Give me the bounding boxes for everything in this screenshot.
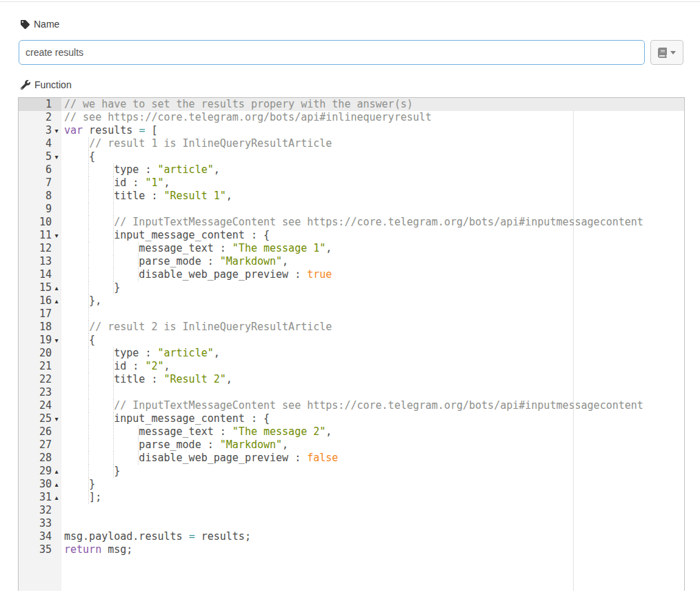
indent-guide (88, 360, 89, 373)
code-token (64, 321, 89, 333)
code-token: ]; (64, 491, 101, 503)
code-line-content[interactable]: var results = [ (61, 124, 684, 137)
code-line-content[interactable]: disable_web_page_preview : false (61, 452, 684, 465)
code-token: message_text : (64, 242, 232, 254)
library-button[interactable] (650, 40, 683, 65)
code-line-content[interactable]: }, (61, 294, 684, 307)
fold-widget-open[interactable]: ▾ (52, 334, 61, 347)
code-line-content[interactable] (61, 504, 684, 517)
code-line-content[interactable]: id : "2", (61, 360, 684, 373)
code-token: id : (64, 360, 145, 372)
code-line-content[interactable]: // see https://core.telegram.org/bots/ap… (61, 111, 684, 124)
code-token: msg; (101, 543, 132, 556)
code-line-content[interactable]: parse_mode : "Markdown", (61, 438, 684, 452)
code-token: , (214, 163, 220, 176)
code-line-content[interactable] (61, 517, 684, 530)
code-line-content[interactable]: // InputTextMessageContent see https://c… (61, 399, 684, 412)
code-line: 26 message_text : "The message 2", (19, 425, 684, 438)
code-line: 11▾ input_message_content : { (19, 229, 684, 242)
line-number: 13 (39, 255, 52, 268)
code-line-content[interactable]: { (61, 334, 684, 347)
gutter-cell: 17 (19, 307, 61, 321)
gutter-cell: 8 (19, 190, 61, 203)
fold-widget-open[interactable]: ▾ (52, 229, 61, 242)
line-number: 33 (39, 517, 52, 530)
fold-widget-open[interactable]: ▾ (52, 124, 61, 137)
name-input[interactable] (19, 40, 645, 65)
indent-guide (88, 137, 89, 150)
code-line-content[interactable]: message_text : "The message 1", (61, 242, 684, 255)
code-line-content[interactable]: // InputTextMessageContent see https://c… (61, 216, 684, 229)
indent-guide (113, 190, 114, 203)
gutter-cell: 26 (19, 425, 61, 438)
code-line-content[interactable]: parse_mode : "Markdown", (61, 255, 684, 268)
indent-guide (113, 438, 114, 452)
code-line-content[interactable]: // we have to set the results propery wi… (61, 98, 684, 111)
fold-widget-end[interactable]: ▴ (52, 281, 61, 294)
fold-widget-end[interactable]: ▴ (52, 294, 61, 307)
code-line: 19▾ { (19, 334, 684, 347)
fold-widget-open[interactable]: ▾ (52, 150, 61, 163)
code-line-content[interactable]: title : "Result 1", (61, 190, 684, 203)
code-line-content[interactable]: message_text : "The message 2", (61, 425, 684, 438)
code-line: 2// see https://core.telegram.org/bots/a… (19, 111, 684, 124)
code-line-content[interactable] (61, 307, 684, 321)
fold-widget-end[interactable]: ▴ (52, 491, 61, 504)
code-token: // InputTextMessageContent see https://c… (114, 399, 643, 412)
indent-guide (138, 425, 139, 438)
code-line-content[interactable]: } (61, 465, 684, 478)
code-token: "article" (157, 347, 213, 359)
line-number: 27 (39, 438, 52, 451)
line-number: 14 (39, 268, 52, 281)
code-line-content[interactable]: type : "article", (61, 347, 684, 360)
code-line: 3▾var results = [ (19, 124, 684, 137)
indent-guide (113, 216, 114, 229)
indent-guide (113, 425, 114, 438)
indent-guide (113, 203, 114, 216)
gutter-cell: 35 (19, 543, 61, 556)
fold-widget-end[interactable]: ▴ (52, 465, 61, 478)
function-field-row: Function (21, 79, 700, 90)
indent-guide (138, 452, 139, 465)
line-number: 4 (46, 137, 52, 150)
code-token: = (189, 530, 195, 543)
code-token: disable_web_page_preview : (64, 268, 307, 281)
code-line-content[interactable]: } (61, 281, 684, 294)
code-line: 29▴ } (19, 465, 684, 478)
code-line-content[interactable]: ]; (61, 491, 684, 504)
code-line-content[interactable]: return msg; (61, 543, 684, 556)
tray-top-border (0, 1, 700, 2)
fold-widget-open[interactable]: ▾ (52, 412, 61, 425)
function-code-editor[interactable]: 1// we have to set the results propery w… (18, 97, 685, 591)
code-line-content[interactable]: type : "article", (61, 163, 684, 177)
gutter-cell: 28 (19, 452, 61, 465)
line-number: 16 (39, 294, 52, 307)
code-line-content[interactable]: disable_web_page_preview : true (61, 268, 684, 281)
code-line: 28 disable_web_page_preview : false (19, 452, 684, 465)
code-line-content[interactable]: // result 2 is InlineQueryResultArticle (61, 321, 684, 334)
line-number: 21 (39, 360, 52, 372)
code-token: "The message 1" (232, 242, 326, 254)
code-line: 14 disable_web_page_preview : true (19, 268, 684, 281)
line-number: 6 (46, 163, 52, 176)
code-line-content[interactable]: input_message_content : { (61, 229, 684, 242)
code-line-content[interactable]: { (61, 150, 684, 163)
code-line-content[interactable]: msg.payload.results = results; (61, 530, 684, 543)
indent-guide (113, 373, 114, 386)
code-token: , (164, 360, 170, 372)
code-line-content[interactable]: id : "1", (61, 177, 684, 190)
gutter-cell: 23 (19, 386, 61, 399)
gutter-cell: 34 (19, 530, 61, 543)
code-line-content[interactable]: } (61, 478, 684, 491)
code-line-content[interactable]: // result 1 is InlineQueryResultArticle (61, 137, 684, 150)
indent-guide (113, 360, 114, 373)
code-line-content[interactable] (61, 203, 684, 216)
code-line: 20 type : "article", (19, 347, 684, 360)
fold-widget-end[interactable]: ▴ (52, 478, 61, 491)
indent-guide (88, 150, 89, 163)
code-line-content[interactable] (61, 386, 684, 399)
code-line-content[interactable]: input_message_content : { (61, 412, 684, 425)
gutter-cell: 24 (19, 399, 61, 412)
code-line-content[interactable]: title : "Result 2", (61, 373, 684, 386)
code-token: // result 1 is InlineQueryResultArticle (89, 137, 332, 150)
